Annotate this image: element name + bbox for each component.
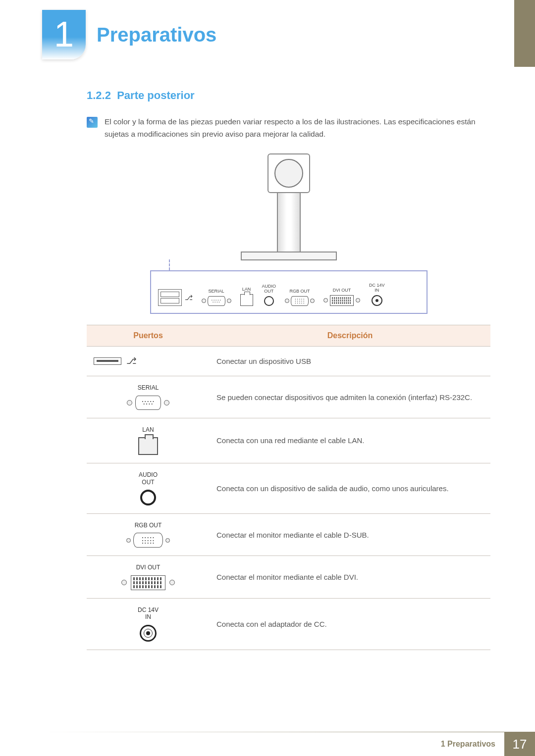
lan-desc: Conecta con una red mediante el cable LA… — [210, 418, 490, 463]
serial-cell: SERIAL • • • • •• • • • — [87, 376, 210, 418]
note-icon — [87, 117, 98, 128]
chapter-number: 1 — [42, 14, 86, 54]
rear-diagram: ⎇ SERIAL • • • • •• • • • LAN AUDIO — [87, 153, 490, 314]
lan-port-icon: LAN — [240, 282, 253, 306]
dc-cell: DC 14V IN — [87, 598, 210, 650]
dvi-cell: DVI OUT — [87, 556, 210, 598]
table-row: AUDIO OUT Conecta con un dispositivo de … — [87, 463, 490, 514]
note-text: El color y la forma de las piezas pueden… — [105, 116, 490, 141]
section-title: 1.2.2 Parte posterior — [87, 89, 490, 102]
lan-cell: LAN — [87, 418, 210, 463]
rear-ports-panel: ⎇ SERIAL • • • • •• • • • LAN AUDIO — [150, 270, 428, 314]
header: 1 Preparativos — [0, 0, 535, 59]
table-row: SERIAL • • • • •• • • • Se pueden conect… — [87, 376, 490, 418]
table-row: LAN Conecta con una red mediante el cabl… — [87, 418, 490, 463]
usb-port-icon: ⎇ — [158, 277, 193, 306]
table-row: ⎇ Conectar un dispositivo USB — [87, 346, 490, 376]
table-row: DVI OUT Conectar el monitor mediante el … — [87, 556, 490, 598]
audio-desc: Conecta con un dispositivo de salida de … — [210, 463, 490, 514]
table-row: DC 14V IN Conecta con el adaptador de CC… — [87, 598, 490, 650]
chapter-title: Preparativos — [97, 24, 216, 46]
footer-page: 17 — [504, 732, 535, 756]
audio-cell: AUDIO OUT — [87, 463, 210, 514]
usb-desc: Conectar un dispositivo USB — [210, 346, 490, 376]
content: 1.2.2 Parte posterior El color y la form… — [0, 59, 535, 650]
th-ports: Puertos — [87, 325, 210, 346]
rgb-desc: Conectar el monitor mediante el cable D-… — [210, 514, 490, 556]
note-row: El color y la forma de las piezas pueden… — [87, 116, 490, 141]
rgb-cell: RGB OUT • • • • •• • • • •• • • • • — [87, 514, 210, 556]
serial-port-icon: SERIAL • • • • •• • • • — [202, 284, 231, 306]
serial-desc: Se pueden conectar dispositivos que admi… — [210, 376, 490, 418]
dc-port-icon: DC 14V IN — [369, 283, 385, 306]
chapter-badge: 1 — [42, 10, 86, 59]
audio-port-icon: AUDIO OUT — [262, 284, 276, 306]
table-row: RGB OUT • • • • •• • • • •• • • • • Cone… — [87, 514, 490, 556]
dvi-port-icon: DVI OUT — [323, 283, 360, 306]
rgb-port-icon: RGB OUT • • • • •• • • • •• • • • • — [285, 284, 315, 306]
footer: 1 Preparativos 17 — [0, 732, 535, 756]
section-number: 1.2.2 — [87, 89, 111, 101]
side-stripe — [514, 0, 535, 67]
ports-table: Puertos Descripción ⎇ Conectar un dispos… — [87, 325, 490, 650]
usb-cell: ⎇ — [87, 346, 210, 376]
page: 1 Preparativos 1.2.2 Parte posterior El … — [0, 0, 535, 756]
dc-desc: Conecta con el adaptador de CC. — [210, 598, 490, 650]
section-name: Parte posterior — [117, 89, 195, 101]
th-desc: Descripción — [210, 325, 490, 346]
footer-text: 1 Preparativos — [441, 732, 504, 756]
dvi-desc: Conectar el monitor mediante el cable DV… — [210, 556, 490, 598]
monitor-stand — [150, 153, 428, 260]
